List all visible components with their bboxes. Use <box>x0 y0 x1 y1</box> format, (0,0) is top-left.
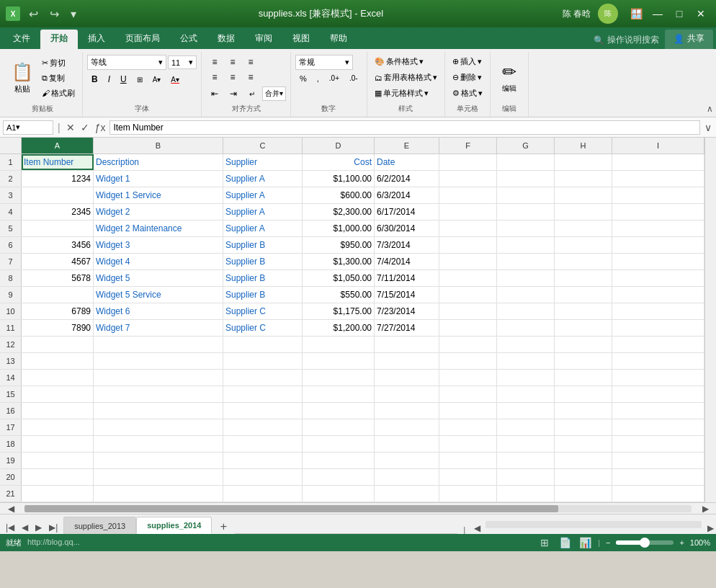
table-cell[interactable] <box>439 337 497 352</box>
table-cell[interactable]: Supplier <box>223 154 303 170</box>
table-cell[interactable] <box>612 303 704 319</box>
table-cell[interactable] <box>22 453 94 468</box>
sheet-hscroll-track[interactable] <box>485 521 702 528</box>
table-cell[interactable] <box>439 204 497 220</box>
col-header-F[interactable]: F <box>439 138 497 153</box>
table-cell[interactable] <box>497 154 555 170</box>
row-number[interactable]: 11 <box>0 320 22 336</box>
table-cell[interactable] <box>612 154 704 170</box>
col-header-I[interactable]: I <box>612 138 704 153</box>
cell-reference-box[interactable]: A1 ▾ <box>3 120 53 135</box>
table-cell[interactable]: 7/3/2014 <box>375 237 439 253</box>
horizontal-scrollbar-thumb[interactable] <box>24 505 558 512</box>
tab-page-layout[interactable]: 页面布局 <box>115 30 170 49</box>
table-cell[interactable] <box>555 486 612 502</box>
table-cell[interactable] <box>375 337 439 352</box>
table-cell[interactable] <box>94 337 223 352</box>
table-cell[interactable] <box>223 486 303 502</box>
table-cell[interactable] <box>555 220 612 236</box>
table-cell[interactable] <box>497 204 555 220</box>
table-cell[interactable] <box>303 419 375 435</box>
table-cell[interactable]: Widget 2 Maintenance <box>94 220 223 236</box>
table-cell[interactable]: Widget 5 <box>94 270 223 286</box>
table-cell[interactable] <box>612 419 704 435</box>
table-cell[interactable]: $1,000.00 <box>303 220 375 236</box>
table-cell[interactable]: 2345 <box>22 204 94 220</box>
horizontal-scrollbar-track[interactable] <box>24 505 692 512</box>
formula-input[interactable] <box>109 120 700 135</box>
table-cell[interactable]: 1234 <box>22 171 94 187</box>
table-cell[interactable] <box>22 220 94 236</box>
table-cell[interactable]: 3456 <box>22 237 94 253</box>
table-cell[interactable] <box>22 386 94 402</box>
table-cell[interactable] <box>497 303 555 319</box>
table-cell[interactable]: $950.00 <box>303 237 375 253</box>
sheet-nav-prev[interactable]: ◀ <box>19 521 31 534</box>
table-cell[interactable] <box>303 386 375 402</box>
table-cell[interactable]: Widget 1 <box>94 171 223 187</box>
table-cell[interactable] <box>612 237 704 253</box>
table-cell[interactable]: Supplier A <box>223 220 303 236</box>
table-cell[interactable] <box>555 270 612 286</box>
table-cell[interactable] <box>94 403 223 419</box>
confirm-formula-icon[interactable]: ✓ <box>79 120 91 135</box>
row-number[interactable]: 8 <box>0 270 22 286</box>
col-header-A[interactable]: A <box>22 138 94 153</box>
table-cell[interactable] <box>555 337 612 352</box>
table-cell[interactable] <box>439 237 497 253</box>
table-cell[interactable] <box>497 220 555 236</box>
table-cell[interactable] <box>612 320 704 336</box>
row-number[interactable]: 10 <box>0 303 22 319</box>
table-cell[interactable] <box>497 403 555 419</box>
copy-button[interactable]: ⧉ 复制 <box>39 71 78 85</box>
table-cell[interactable]: $600.00 <box>303 187 375 203</box>
table-cell[interactable] <box>555 187 612 203</box>
sheet-tab-2014[interactable]: supplies_2014 <box>136 517 212 534</box>
delete-button[interactable]: ⊖ 删除 ▾ <box>449 71 485 84</box>
scroll-left-button[interactable]: ◀ <box>0 504 22 514</box>
col-header-D[interactable]: D <box>303 138 375 153</box>
table-cell[interactable] <box>612 436 704 452</box>
tab-formula[interactable]: 公式 <box>170 30 207 49</box>
table-cell[interactable]: Supplier C <box>223 303 303 319</box>
table-cell[interactable] <box>439 370 497 386</box>
table-cell[interactable] <box>612 270 704 286</box>
align-middle-center-button[interactable]: ≡ <box>224 70 241 84</box>
zoom-in-icon[interactable]: + <box>679 538 684 547</box>
align-top-left-button[interactable]: ≡ <box>206 55 223 69</box>
sheet-scroll-right[interactable]: ▶ <box>704 522 716 534</box>
table-cell[interactable] <box>303 469 375 485</box>
table-cell[interactable]: Supplier A <box>223 171 303 187</box>
sheet-nav-next[interactable]: ▶ <box>32 521 45 534</box>
sheet-scroll-left[interactable]: ◀ <box>471 522 483 534</box>
table-cell[interactable]: 6789 <box>22 303 94 319</box>
table-cell[interactable] <box>555 370 612 386</box>
table-cell[interactable] <box>223 419 303 435</box>
table-cell[interactable]: $1,200.00 <box>303 320 375 336</box>
table-cell[interactable]: Widget 3 <box>94 237 223 253</box>
zoom-slider[interactable] <box>616 540 674 545</box>
table-cell[interactable] <box>612 337 704 352</box>
row-number[interactable]: 9 <box>0 287 22 303</box>
wrap-text-button[interactable]: ↵ <box>243 86 261 101</box>
table-cell[interactable] <box>612 287 704 303</box>
comma-button[interactable]: , <box>313 72 323 85</box>
table-cell[interactable] <box>497 187 555 203</box>
row-number[interactable]: 7 <box>0 254 22 270</box>
table-cell[interactable] <box>612 220 704 236</box>
table-cell[interactable] <box>439 353 497 369</box>
table-cell[interactable] <box>497 171 555 187</box>
team-button[interactable]: 🪟 <box>627 6 645 21</box>
col-header-C[interactable]: C <box>223 138 303 153</box>
corner-cell[interactable] <box>0 138 22 153</box>
table-cell[interactable] <box>303 353 375 369</box>
edit-large-button[interactable]: ✏ 编辑 <box>495 55 524 101</box>
table-cell[interactable] <box>612 204 704 220</box>
row-number[interactable]: 5 <box>0 220 22 236</box>
table-cell[interactable]: 6/3/2014 <box>375 187 439 203</box>
col-header-E[interactable]: E <box>375 138 439 153</box>
table-cell[interactable] <box>94 453 223 468</box>
table-cell[interactable] <box>497 469 555 485</box>
tab-review[interactable]: 审阅 <box>245 30 282 49</box>
table-cell[interactable] <box>439 254 497 270</box>
